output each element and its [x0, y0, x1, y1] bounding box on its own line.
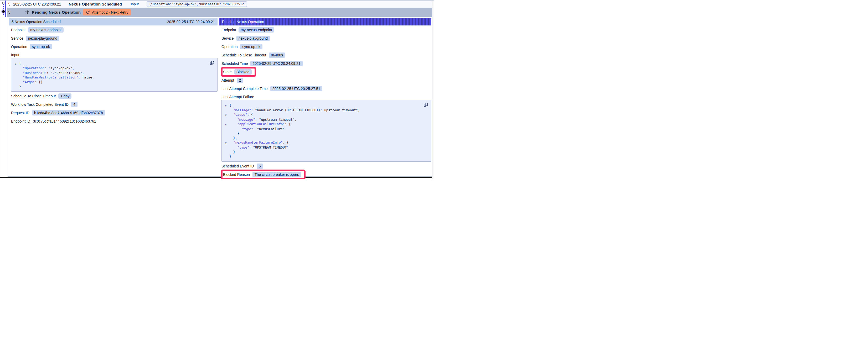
- field-row: Servicenexus-playground: [221, 35, 431, 41]
- code-gutter: [225, 131, 229, 136]
- code-line: }: [225, 154, 428, 159]
- retry-attempt-badge: Attempt 2 · Next Retry: [83, 9, 131, 15]
- field-row: Operationsync-op-ok: [221, 44, 431, 50]
- code-line: }: [14, 84, 214, 89]
- event-panel-header: 5 Nexus Operation Scheduled 2025-02-25 U…: [9, 19, 218, 26]
- code-line: "Operation": "sync-op-ok",: [14, 66, 214, 71]
- history-row-pending[interactable]: 5 Pending Nexus Operation Attempt 2 · Ne…: [7, 8, 432, 17]
- code-line: }: [225, 131, 428, 136]
- pending-panel-header: Pending Nexus Operation: [219, 19, 431, 26]
- code-line: "BusinessID": "20250225122409",: [14, 71, 214, 75]
- field-row: Operationsync-op-ok: [11, 44, 218, 50]
- field-row: Schedule To Close Timeout1 day: [11, 93, 218, 99]
- field-row: Blocked ReasonThe circuit breaker is ope…: [221, 172, 431, 177]
- field-value-badge: 5: [257, 164, 263, 169]
- field-label: Workflow Task Completed Event ID: [11, 102, 68, 106]
- code-line: "Args": []: [14, 80, 214, 85]
- code-line: "type": "NexusFailure": [225, 127, 428, 131]
- code-gutter: [225, 108, 229, 112]
- code-text: "message": "handler error (UPSTREAM_TIME…: [229, 108, 360, 112]
- field-value-badge: 1 day: [58, 93, 71, 99]
- field-row: Workflow Task Completed Event ID4: [11, 102, 218, 107]
- code-text: "HandlerWaitForCancellation": false,: [19, 75, 94, 80]
- code-gutter: [14, 75, 19, 80]
- history-row-event[interactable]: 5 2025-02-25 UTC 20:24:09.21 Nexus Opera…: [7, 1, 432, 8]
- event-input-label: Input: [131, 2, 139, 6]
- field-label: Service: [221, 36, 234, 40]
- field-row: Endpoint ID3c0c75ccfa8144b092c13ce632463…: [11, 118, 218, 124]
- code-text: }: [19, 84, 21, 89]
- field-value-badge: sync-op-ok: [30, 44, 52, 50]
- field-label: State: [223, 70, 232, 74]
- code-line: },: [225, 136, 428, 140]
- code-gutter: [225, 154, 229, 159]
- field-value-badge: sync-op-ok: [240, 44, 262, 50]
- collapse-chevron-icon[interactable]: ∨: [225, 122, 229, 127]
- retry-icon: [86, 10, 90, 14]
- code-text: "Args": []: [19, 80, 42, 85]
- code-text: "type": "NexusFailure": [229, 127, 285, 131]
- code-text: "cause": {: [229, 112, 253, 117]
- event-input-preview-badge[interactable]: {"Operation":"sync-op-ok","BusinessID":"…: [147, 1, 247, 7]
- code-gutter: [14, 80, 19, 85]
- code-line: "message": "handler error (UPSTREAM_TIME…: [225, 108, 428, 112]
- field-label: Last Attempt Complete Time: [221, 87, 268, 91]
- field-value-badge: nexus-playground: [26, 36, 59, 41]
- code-gutter: [225, 145, 229, 150]
- pending-operation-panel: Pending Nexus Operation Endpointmy-nexus…: [219, 19, 431, 177]
- code-line: ∨{: [225, 103, 428, 108]
- code-text: "Operation": "sync-op-ok",: [19, 66, 74, 71]
- code-text: }: [229, 131, 239, 136]
- code-gutter: [225, 127, 229, 131]
- field-row: Attempt2: [221, 77, 431, 83]
- code-line: ∨{: [14, 61, 214, 66]
- field-row: Scheduled Event ID5: [221, 163, 431, 169]
- workflow-history-screen: 5 2025-02-25 UTC 20:24:09.21 Nexus Opera…: [0, 0, 434, 179]
- timeline-rail: [1, 0, 1, 177]
- timeline-open-dot-icon: [2, 2, 4, 4]
- field-label: Scheduled Time: [221, 61, 248, 66]
- field-value-badge: 2025-02-25 UTC 20:24:09.21: [250, 61, 302, 66]
- retry-badge-label: Attempt 2 · Next Retry: [92, 10, 128, 14]
- field-label: Operation: [221, 44, 238, 49]
- pending-title: Pending Nexus Operation: [32, 10, 81, 14]
- input-json-viewer: ∨{ "Operation": "sync-op-ok", "BusinessI…: [11, 58, 218, 92]
- code-gutter: [225, 136, 229, 140]
- code-line: ∨ "applicationFailureInfo": {: [225, 122, 428, 127]
- field-value-badge: 4: [71, 102, 78, 107]
- code-text: "type": "UPSTREAM_TIMEOUT": [229, 145, 289, 150]
- copy-icon[interactable]: [210, 60, 214, 65]
- field-row: Request IDb1c6a4bc-8ee7-468a-9169-df3b02…: [11, 110, 218, 116]
- field-label: Scheduled Event ID: [221, 164, 254, 168]
- window-bottom-edge: [0, 177, 432, 178]
- field-value-badge: 2025-02-25 UTC 20:25:27.51: [270, 86, 322, 91]
- field-value-badge: b1c6a4bc-8ee7-468a-9169-df3b02c8737b: [32, 110, 105, 116]
- field-value-badge: my-nexus-endpoint: [28, 27, 64, 33]
- code-gutter: [14, 84, 19, 89]
- field-label: Attempt: [221, 78, 234, 83]
- collapse-chevron-icon[interactable]: ∨: [225, 103, 229, 108]
- scrollbar[interactable]: [432, 0, 434, 179]
- pending-panel-title: Pending Nexus Operation: [222, 20, 264, 24]
- event-id-link[interactable]: 5: [8, 2, 10, 6]
- field-value-badge: my-nexus-endpoint: [239, 27, 274, 33]
- field-label: Endpoint: [221, 28, 236, 32]
- field-label: Operation: [11, 44, 27, 49]
- input-section-label: Input: [11, 53, 218, 58]
- collapse-chevron-icon[interactable]: ∨: [225, 112, 229, 117]
- code-text: },: [229, 136, 237, 140]
- field-value-badge: The circuit breaker is open.: [252, 172, 301, 177]
- annotation-highlight-box: StateBlocked: [221, 67, 256, 77]
- field-row: Servicenexus-playground: [11, 35, 218, 41]
- collapse-chevron-icon[interactable]: ∨: [225, 140, 229, 145]
- field-row: Schedule To Close Timeout86400s: [221, 52, 431, 58]
- copy-icon[interactable]: [424, 102, 428, 107]
- field-value-badge: Blocked: [234, 69, 252, 74]
- top-border: [0, 0, 434, 1]
- field-value-link[interactable]: 3c0c75ccfa8144b092c13ce632463761: [33, 119, 96, 123]
- field-label: Service: [11, 36, 23, 40]
- pending-id-link[interactable]: 5: [8, 10, 10, 14]
- collapse-chevron-icon[interactable]: ∨: [14, 61, 19, 66]
- event-detail-container: 5 Nexus Operation Scheduled 2025-02-25 U…: [8, 17, 432, 176]
- code-gutter: [14, 71, 19, 75]
